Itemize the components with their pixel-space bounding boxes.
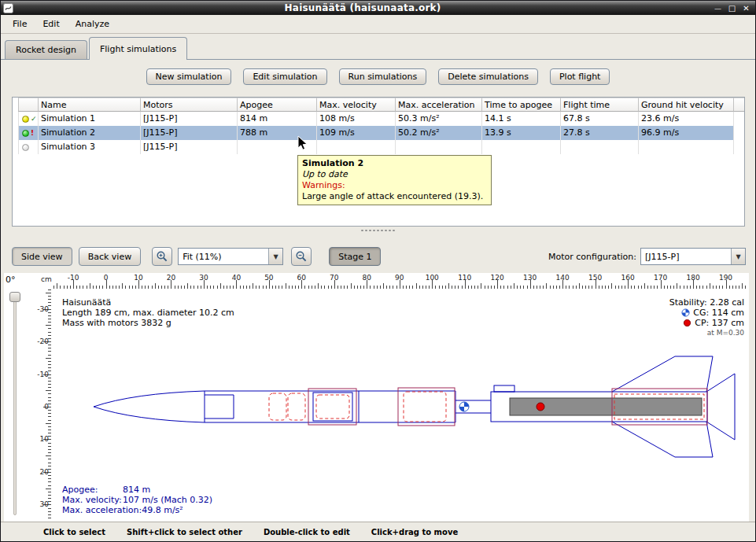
tooltip-status: Up to date [302, 169, 487, 180]
status-hint-3: Double-click to edit [264, 528, 350, 536]
rotation-slider-thumb[interactable] [9, 292, 20, 302]
column-header-ground-hit-velocity[interactable]: Ground hit velocity [639, 98, 734, 112]
cell: 14.1 s [482, 112, 561, 126]
v-ruler-label: -30 [37, 305, 49, 313]
zoom-level-select[interactable]: Fit (11%) ▼ [178, 248, 283, 265]
h-ruler-label: 110 [458, 274, 471, 282]
flight-info-value: 49.8 m/s² [142, 505, 183, 515]
rotation-slider-track[interactable] [13, 293, 17, 515]
menu-item-analyze[interactable]: Analyze [68, 17, 117, 31]
horizontal-ruler: -100102030405060708090100110120130140150… [51, 273, 749, 289]
simulation-status-cell [18, 140, 39, 154]
button-run-simulations[interactable]: Run simulations [339, 68, 427, 85]
h-ruler-label: -10 [68, 274, 79, 282]
mach-condition: at M=0.30 [669, 328, 744, 338]
simulation-row-1[interactable]: ✓Simulation 1[J115-P]814 m108 m/s50.3 m/… [18, 112, 734, 126]
cell: 67.8 s [561, 112, 639, 126]
cell [317, 140, 396, 154]
h-ruler-label: 70 [330, 274, 338, 282]
status-warning-icon [22, 130, 29, 137]
zoom-out-button[interactable] [291, 247, 312, 266]
zoom-in-button[interactable] [152, 247, 172, 266]
column-header-motors[interactable]: Motors [141, 98, 238, 112]
motor-configuration-label: Motor configuration: [548, 252, 636, 262]
column-header-max-acceleration[interactable]: Max. acceleration [396, 98, 482, 112]
column-header-filler [734, 98, 745, 112]
h-ruler-label: 50 [264, 274, 273, 282]
status-hint-1: Click to select [43, 528, 105, 536]
h-ruler-label: 90 [395, 274, 404, 282]
tab-strip: Rocket designFlight simulations [1, 34, 755, 59]
menu-bar: FileEditAnalyze [1, 15, 755, 34]
column-header-status[interactable] [18, 98, 39, 112]
cell: Simulation 1 [39, 112, 141, 126]
button-new-simulation[interactable]: New simulation [146, 68, 232, 85]
tab-flight-simulations[interactable]: Flight simulations [89, 37, 187, 60]
cell: 23.6 m/s [639, 112, 734, 126]
cell: [J115-P] [141, 140, 238, 154]
rocket-view-panel: Side view Back view Fit (11%) ▼ Stage 1 … [1, 234, 755, 522]
flight-info-label: Max. acceleration: [62, 505, 142, 515]
rotation-gutter: 0° [4, 273, 39, 522]
window-title: Haisunäätä (haisunaata.ork) [13, 2, 712, 13]
column-header-time-to-apogee[interactable]: Time to apogee [482, 98, 561, 112]
simulation-row-2[interactable]: !Simulation 2[J115-P]788 m109 m/s50.2 m/… [18, 126, 734, 140]
cell [482, 140, 561, 154]
status-bar: Click to selectShift+click to select oth… [1, 522, 755, 541]
column-header-apogee[interactable]: Apogee [238, 98, 317, 112]
v-ruler-labels: -30-20-100102030 [39, 289, 51, 522]
status-ok-icon [22, 116, 29, 123]
cg-value: CG: 114 cm [693, 308, 744, 318]
menu-item-file[interactable]: File [5, 17, 35, 31]
button-plot-flight[interactable]: Plot flight [550, 68, 610, 85]
cg-row: CG: 114 cm [669, 308, 744, 318]
motor-configuration-select[interactable]: [J115-P] ▼ [640, 248, 746, 265]
title-bar: Haisunäätä (haisunaata.ork) — □ ✕ [1, 1, 755, 15]
side-view-button[interactable]: Side view [12, 247, 72, 266]
cell: 96.9 m/s [639, 126, 734, 140]
rocket-dimensions: Length 189 cm, max. diameter 10.2 cm [62, 308, 234, 318]
zoom-level-value: Fit (11%) [179, 249, 268, 264]
h-ruler-label: 150 [588, 274, 602, 282]
status-hint-2: Shift+click to select other [127, 528, 242, 536]
split-pane-divider[interactable] [1, 227, 755, 234]
maximize-button[interactable]: □ [726, 2, 738, 13]
v-ruler-label: 30 [40, 500, 49, 508]
flight-info-row: Max. acceleration:49.8 m/s² [62, 505, 212, 515]
cell: 27.8 s [561, 126, 639, 140]
flight-info-label: Max. velocity: [62, 495, 123, 505]
cell: Simulation 2 [39, 126, 141, 140]
minimize-button[interactable]: — [712, 2, 724, 13]
column-header-flight-time[interactable]: Flight time [561, 98, 639, 112]
cell [561, 140, 639, 154]
status-glyph: ! [31, 130, 34, 137]
zoom-out-icon [295, 250, 308, 263]
h-ruler-label: 130 [523, 274, 537, 282]
stage-1-toggle[interactable]: Stage 1 [329, 247, 381, 266]
column-header-max-velocity[interactable]: Max. velocity [317, 98, 396, 112]
rocket-view-area: 0° cm -100102030405060708090100110120130… [4, 273, 749, 522]
vertical-ruler: -30-20-100102030 [39, 289, 51, 522]
close-button[interactable]: ✕ [740, 2, 752, 13]
status-glyph: ✓ [31, 116, 37, 123]
cell: 814 m [238, 112, 317, 126]
view-toolbar: Side view Back view Fit (11%) ▼ Stage 1 … [1, 246, 755, 267]
motor-configuration-value: [J115-P] [641, 249, 731, 264]
column-header-name[interactable]: Name [39, 98, 141, 112]
simulation-tooltip: Simulation 2 Up to date Warnings: Large … [297, 155, 492, 205]
h-ruler-label: 10 [134, 274, 142, 282]
stability-info: Stability: 2.28 cal CG: 114 cm CP: 137 c… [669, 297, 744, 338]
back-view-button[interactable]: Back view [79, 247, 142, 266]
tab-rocket-design[interactable]: Rocket design [5, 40, 87, 59]
h-ruler-label: 0 [104, 274, 109, 282]
menu-item-edit[interactable]: Edit [35, 17, 67, 31]
button-edit-simulation[interactable]: Edit simulation [243, 68, 326, 85]
flight-info-value: 814 m [123, 485, 150, 495]
flight-info-row: Max. velocity:107 m/s (Mach 0.32) [62, 495, 212, 505]
cell: 108 m/s [317, 112, 396, 126]
button-delete-simulations[interactable]: Delete simulations [438, 68, 538, 85]
tooltip-warning-text: Large angle of attack encountered (19.3)… [302, 191, 487, 202]
h-ruler-label: 100 [426, 274, 439, 282]
simulation-row-3[interactable]: Simulation 3[J115-P] [18, 140, 734, 154]
ruler-unit-label: cm [39, 273, 51, 289]
